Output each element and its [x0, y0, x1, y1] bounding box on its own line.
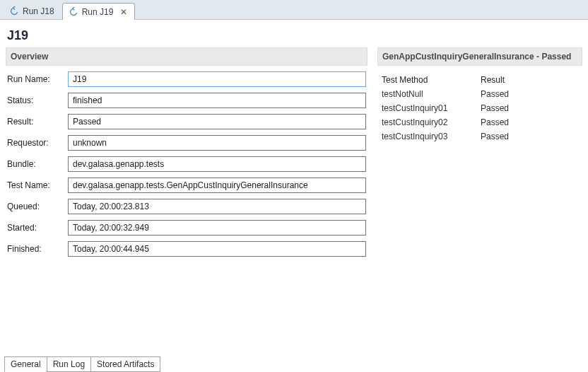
overview-form: Run Name: Status: Result: Requestor: Bun… — [6, 71, 368, 257]
close-icon[interactable]: ✕ — [120, 7, 127, 17]
tests-panel: GenAppCustInquiryGeneralInsurance - Pass… — [377, 47, 582, 355]
run-icon — [69, 7, 78, 17]
cell-method: testCustInquiry02 — [382, 117, 481, 127]
label-finished: Finished: — [7, 244, 68, 254]
cell-method: testCustInquiry03 — [382, 132, 481, 141]
page-title: J19 — [0, 20, 588, 47]
row-result: Result: — [7, 114, 366, 129]
row-started: Started: — [7, 220, 366, 236]
col-header-method: Test Method — [382, 75, 481, 85]
label-queued: Queued: — [7, 202, 68, 211]
content-area: Overview Run Name: Status: Result: Reque… — [0, 47, 588, 355]
label-status: Status: — [7, 95, 68, 105]
label-test-name: Test Name: — [7, 180, 68, 190]
tab-general[interactable]: General — [4, 356, 47, 372]
tests-table-header: Test Method Result — [382, 73, 578, 87]
label-run-name: Run Name: — [7, 74, 68, 84]
cell-result: Passed — [481, 132, 578, 141]
cell-result: Passed — [481, 117, 578, 127]
label-requestor: Requestor: — [7, 138, 68, 148]
tab-label: Run J18 — [23, 6, 54, 16]
row-queued: Queued: — [7, 199, 366, 214]
input-bundle[interactable] — [68, 156, 366, 172]
label-bundle: Bundle: — [7, 159, 68, 169]
overview-header: Overview — [6, 47, 368, 66]
row-requestor: Requestor: — [7, 135, 366, 151]
row-run-name: Run Name: — [7, 71, 366, 87]
tab-stored-artifacts[interactable]: Stored Artifacts — [90, 356, 160, 372]
run-icon — [9, 6, 19, 16]
row-finished: Finished: — [7, 241, 366, 257]
editor-tab-bar: Run J18 Run J19 ✕ — [0, 0, 588, 20]
bottom-tab-bar: General Run Log Stored Artifacts — [0, 355, 588, 372]
overview-panel: Overview Run Name: Status: Result: Reque… — [6, 47, 368, 355]
table-row[interactable]: testNotNull Passed — [382, 87, 578, 101]
table-row[interactable]: testCustInquiry01 Passed — [382, 101, 578, 115]
cell-method: testNotNull — [382, 89, 481, 99]
table-row[interactable]: testCustInquiry02 Passed — [382, 115, 578, 129]
cell-result: Passed — [481, 103, 578, 113]
table-row[interactable]: testCustInquiry03 Passed — [382, 129, 578, 144]
tests-header: GenAppCustInquiryGeneralInsurance - Pass… — [377, 47, 582, 66]
input-test-name[interactable] — [68, 178, 366, 193]
label-result: Result: — [7, 117, 68, 127]
input-status[interactable] — [68, 93, 366, 108]
row-status: Status: — [7, 93, 366, 108]
cell-method: testCustInquiry01 — [382, 103, 481, 113]
tests-table: Test Method Result testNotNull Passed te… — [377, 71, 582, 145]
editor-tab-run-j18[interactable]: Run J18 — [3, 2, 62, 19]
col-header-result: Result — [481, 75, 578, 85]
label-started: Started: — [7, 223, 68, 233]
tab-label: Run J19 — [82, 7, 114, 17]
tab-run-log[interactable]: Run Log — [47, 356, 91, 372]
input-queued[interactable] — [68, 199, 366, 214]
input-requestor[interactable] — [68, 135, 366, 151]
input-started[interactable] — [68, 220, 366, 236]
input-run-name[interactable] — [68, 71, 366, 87]
row-test-name: Test Name: — [7, 178, 366, 193]
input-result[interactable] — [68, 114, 366, 129]
cell-result: Passed — [481, 89, 578, 99]
row-bundle: Bundle: — [7, 156, 366, 172]
editor-tab-run-j19[interactable]: Run J19 ✕ — [62, 3, 136, 20]
input-finished[interactable] — [68, 241, 366, 257]
